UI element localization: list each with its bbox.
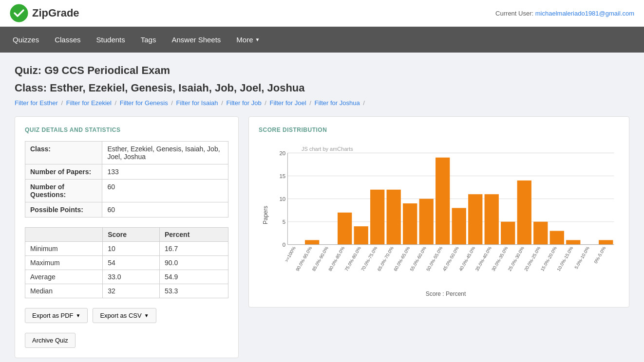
svg-text:0%-5.0%: 0%-5.0% [593, 245, 607, 264]
svg-text:>=100%: >=100% [284, 245, 297, 263]
svg-text:40.0%-45.0%: 40.0%-45.0% [458, 245, 476, 272]
stats-score: 54 [103, 256, 160, 270]
stats-percent: 90.0 [159, 256, 228, 270]
chevron-down-icon: ▼ [255, 37, 260, 42]
chart-ylabels: 05101520 [279, 150, 285, 248]
archive-quiz-button[interactable]: Archive Quiz [25, 333, 76, 348]
quiz-details-card: QUIZ DETAILS AND STATISTICS Class: Esthe… [15, 116, 239, 358]
logo-text: ZipGrade [32, 7, 79, 19]
svg-text:10.0%-15.0%: 10.0%-15.0% [556, 245, 574, 272]
svg-rect-20 [517, 181, 531, 245]
svg-rect-18 [485, 194, 499, 245]
svg-text:5: 5 [283, 219, 285, 225]
stats-label: Median [25, 284, 103, 298]
chart-title: SCORE DISTRIBUTION [259, 127, 619, 133]
current-user-section: Current User: michaelmaleriado1981@gmail… [495, 10, 634, 17]
filter-esther[interactable]: Filter for Esther [15, 99, 58, 107]
current-user-email[interactable]: michaelmaleriado1981@gmail.com [535, 10, 634, 17]
svg-rect-11 [370, 190, 384, 245]
main-content: Quiz: G9 CCS Periodical Exam Class: Esth… [0, 53, 644, 362]
svg-text:50.0%-55.0%: 50.0%-55.0% [425, 245, 444, 272]
stats-row: Average 33.0 54.9 [25, 270, 228, 284]
svg-text:25.0%-30.0%: 25.0%-30.0% [507, 245, 525, 272]
filter-joel[interactable]: Filter for Joel [270, 99, 306, 107]
columns: QUIZ DETAILS AND STATISTICS Class: Esthe… [15, 116, 629, 358]
svg-text:55.0%-60.0%: 55.0%-60.0% [409, 245, 427, 272]
chart-inner: Papers JS chart by amCharts >=100%90.0%-… [259, 141, 619, 289]
detail-value-questions: 60 [102, 180, 228, 202]
nav-more[interactable]: More ▼ [228, 27, 267, 53]
chart-bars [305, 158, 613, 245]
filter-genesis[interactable]: Filter for Genesis [120, 99, 168, 107]
stats-percent: 53.3 [159, 284, 228, 298]
stats-col-score: Score [103, 228, 160, 242]
chart-area: Papers JS chart by amCharts >=100%90.0%-… [259, 141, 619, 297]
table-row: Class: Esther, Ezekiel, Genesis, Isaiah,… [25, 142, 228, 164]
svg-rect-22 [550, 231, 564, 245]
detail-label-papers: Number of Papers: [25, 164, 102, 180]
left-column: QUIZ DETAILS AND STATISTICS Class: Esthe… [15, 116, 239, 358]
class-title: Class: Esther, Ezekiel, Genesis, Isaiah,… [15, 82, 629, 94]
chart-svg: >=100%90.0%-95.0%85.0%-90.0%80.0%-85.0%7… [272, 141, 619, 287]
svg-rect-14 [419, 199, 434, 245]
detail-value-papers: 133 [102, 164, 228, 180]
stats-score: 33.0 [103, 270, 160, 284]
chevron-down-icon: ▼ [144, 313, 149, 318]
nav-answer-sheets[interactable]: Answer Sheets [164, 27, 228, 53]
detail-label-questions: Number of Questions: [25, 180, 102, 202]
stats-header-row: Score Percent [25, 228, 228, 242]
svg-text:10: 10 [279, 196, 285, 202]
stats-table: Score Percent Minimum 10 16.7Maximum 54 … [25, 227, 228, 298]
svg-text:15: 15 [279, 173, 285, 179]
stats-label: Minimum [25, 242, 103, 256]
export-csv-button[interactable]: Export as CSV ▼ [93, 308, 156, 323]
svg-point-0 [10, 4, 28, 22]
svg-text:20.0%-25.0%: 20.0%-25.0% [523, 245, 542, 272]
zipgrade-logo-icon [10, 4, 28, 22]
svg-text:0: 0 [283, 242, 285, 248]
detail-value-points: 60 [102, 202, 228, 217]
detail-label-points: Possible Points: [25, 202, 102, 217]
chart-xlabels: >=100%90.0%-95.0%85.0%-90.0%80.0%-85.0%7… [284, 245, 607, 272]
svg-text:75.0%-80.0%: 75.0%-80.0% [343, 245, 362, 272]
stats-percent: 54.9 [159, 270, 228, 284]
stats-score: 10 [103, 242, 160, 256]
stats-row: Median 32 53.3 [25, 284, 228, 298]
svg-rect-16 [452, 208, 466, 244]
y-axis-label: Papers [259, 141, 272, 289]
main-nav: Quizzes Classes Students Tags Answer She… [0, 27, 644, 53]
svg-rect-15 [436, 158, 450, 245]
svg-text:90.0%-95.0%: 90.0%-95.0% [295, 245, 313, 272]
filter-job[interactable]: Filter for Job [226, 99, 261, 107]
right-column: SCORE DISTRIBUTION Papers JS chart by am… [248, 116, 629, 358]
nav-students[interactable]: Students [89, 27, 133, 53]
svg-rect-13 [403, 203, 417, 245]
stats-score: 32 [103, 284, 160, 298]
svg-text:65.0%-70.0%: 65.0%-70.0% [376, 245, 395, 272]
current-user-label: Current User: [495, 10, 533, 17]
svg-text:5.0%-10.0%: 5.0%-10.0% [573, 245, 590, 270]
nav-tags[interactable]: Tags [133, 27, 164, 53]
svg-text:35.0%-40.0%: 35.0%-40.0% [474, 245, 492, 272]
chart-grid [287, 153, 614, 244]
svg-rect-12 [387, 190, 401, 245]
filter-links: Filter for Esther / Filter for Ezekiel /… [15, 99, 629, 107]
filter-ezekiel[interactable]: Filter for Ezekiel [66, 99, 112, 107]
svg-rect-25 [599, 240, 613, 244]
nav-classes[interactable]: Classes [47, 27, 88, 53]
svg-text:15.0%-20.0%: 15.0%-20.0% [539, 245, 558, 272]
table-row: Number of Questions: 60 [25, 180, 228, 202]
stats-label: Average [25, 270, 103, 284]
svg-text:70.0%-75.0%: 70.0%-75.0% [360, 245, 379, 272]
svg-rect-21 [533, 222, 548, 245]
svg-rect-7 [305, 240, 319, 244]
filter-joshua[interactable]: Filter for Joshua [314, 99, 360, 107]
filter-isaiah[interactable]: Filter for Isaiah [176, 99, 218, 107]
x-axis-label: Score : Percent [272, 290, 619, 297]
chart-svg-wrapper: JS chart by amCharts >=100%90.0%-95.0%85… [272, 141, 619, 289]
export-pdf-button[interactable]: Export as PDF ▼ [25, 308, 88, 323]
export-buttons: Export as PDF ▼ Export as CSV ▼ [25, 308, 228, 323]
detail-value-class: Esther, Ezekiel, Genesis, Isaiah, Job, J… [102, 142, 228, 164]
svg-text:30.0%-35.0%: 30.0%-35.0% [491, 245, 509, 272]
nav-quizzes[interactable]: Quizzes [5, 27, 47, 53]
